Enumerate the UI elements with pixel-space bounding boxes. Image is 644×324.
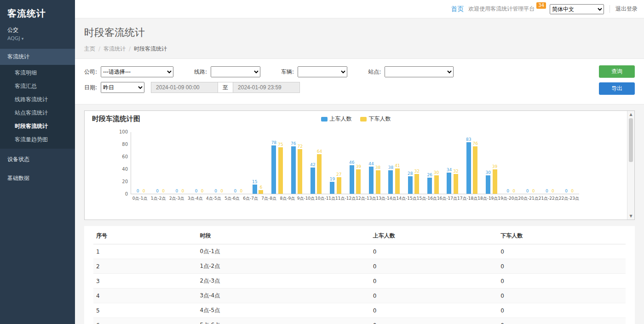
bar-column: 46	[349, 132, 354, 194]
bar-value-label: 0	[220, 189, 223, 193]
station-select[interactable]	[385, 66, 454, 77]
table-cell: 2点-3点	[197, 274, 370, 289]
bar-value-label: 76	[291, 141, 296, 146]
app-root: 客流统计 公交 AQGJ▾ 客流统计 客流明细 客流汇总 线路客流统计 站点客流…	[0, 0, 644, 324]
bar	[447, 173, 451, 194]
table-cell: 0	[498, 289, 626, 303]
chart-scrollbar[interactable]: ▲ ▼	[627, 111, 634, 220]
export-button[interactable]: 导出	[599, 82, 635, 95]
bar-value-label: 0	[175, 189, 178, 193]
bar-value-label: 78	[271, 140, 276, 145]
x-axis-tick-label: 8点-9点	[278, 196, 297, 202]
sidebar-item-device-status[interactable]: 设备状态	[0, 151, 75, 168]
bar-column: 72	[297, 132, 302, 194]
bar-group: 00	[131, 132, 150, 194]
bar-column: 26	[427, 132, 432, 194]
bar	[350, 165, 354, 194]
bar-value-label: 0	[162, 189, 165, 193]
bar-column: 41	[395, 132, 400, 194]
sidebar-subitem-flow-summary[interactable]: 客流汇总	[0, 80, 75, 93]
org-name: 公交	[7, 26, 68, 34]
column-header: 序号	[93, 228, 197, 244]
bar-column: 76	[291, 132, 296, 194]
date-from-input[interactable]	[151, 82, 218, 93]
table-cell: 0	[498, 318, 626, 324]
bar-value-label: 32	[453, 169, 458, 174]
sidebar-subitem-line-stats[interactable]: 线路客流统计	[0, 93, 75, 106]
date-label: 日期:	[84, 84, 97, 92]
bar	[408, 176, 413, 194]
vehicle-select[interactable]	[298, 66, 347, 77]
bar-value-label: 0	[181, 189, 184, 193]
date-to-input[interactable]	[233, 82, 300, 93]
legend-swatch	[321, 117, 328, 122]
bar-value-label: 42	[310, 162, 315, 167]
x-axis-tick-label: 16点-17点	[437, 196, 457, 202]
bar	[356, 169, 361, 194]
sidebar-subitem-flow-detail[interactable]: 客流明细	[0, 66, 75, 80]
x-axis-tick-label: 20点-21点	[518, 196, 539, 202]
breadcrumb-passenger-stats[interactable]: 客流统计	[104, 46, 126, 52]
bar-column: 64	[317, 132, 322, 194]
line-select[interactable]	[211, 66, 260, 77]
bar-value-label: 41	[395, 163, 400, 168]
bar-value-label: 0	[552, 189, 554, 193]
x-axis-tick-label: 17点-18点	[457, 196, 477, 202]
bar-column: 32	[453, 132, 458, 194]
page-header: 时段客流统计 主页/客流统计/时段客流统计	[75, 18, 644, 58]
breadcrumb-home[interactable]: 主页	[84, 46, 95, 52]
sidebar-subitem-trend-chart[interactable]: 客流量趋势图	[0, 133, 75, 146]
query-button[interactable]: 查询	[599, 65, 635, 78]
bar-value-label: 0	[512, 189, 515, 193]
bar-value-label: 0	[234, 189, 237, 193]
sidebar-subitem-station-stats[interactable]: 站点客流统计	[0, 106, 75, 120]
breadcrumb: 主页/客流统计/时段客流统计	[84, 45, 635, 53]
sidebar-item-passenger-stats[interactable]: 客流统计	[0, 49, 75, 65]
notification-badge[interactable]: 34	[536, 2, 546, 9]
scrollbar-thumb[interactable]	[629, 118, 633, 162]
table-cell: 5	[93, 303, 197, 318]
x-axis-tick-label: 5点-6点	[223, 196, 241, 202]
bar-group: 00	[229, 132, 248, 194]
bar-value-label: 0	[137, 189, 139, 193]
bar-group: 4438	[365, 132, 384, 194]
x-axis-tick-label: 11点-12点	[335, 196, 356, 202]
bar-group: 2630	[423, 132, 443, 194]
bar-group: 2832	[404, 132, 423, 194]
y-axis-tick-label: 100	[119, 129, 128, 134]
bar-value-label: 0	[571, 189, 574, 193]
bar-group: 1927	[326, 132, 345, 194]
scroll-down-icon[interactable]: ▼	[627, 214, 634, 218]
bar-value-label: 0	[195, 189, 198, 193]
table-cell: 0	[370, 303, 498, 318]
topbar: 首页 欢迎使用客流统计管理平台 34 简体中文 退出登录	[75, 0, 644, 18]
user-dropdown[interactable]: AQGJ▾	[7, 35, 68, 41]
bar-column: 0	[564, 132, 569, 194]
home-link[interactable]: 首页	[451, 5, 464, 13]
x-axis-tick-label: 6点-7点	[242, 196, 260, 202]
table-cell: 0	[370, 289, 498, 303]
bar-value-label: 46	[349, 160, 354, 165]
logout-link[interactable]: 退出登录	[610, 5, 638, 13]
language-select[interactable]: 简体中文	[550, 4, 604, 14]
bar-value-label: 0	[143, 189, 145, 193]
bar	[434, 175, 439, 194]
date-preset-select[interactable]: 昨日	[101, 82, 144, 93]
y-axis-tick-label: 20	[122, 179, 128, 184]
sidebar-subitem-period-stats[interactable]: 时段客流统计	[0, 120, 75, 133]
bar-value-label: 76	[473, 141, 478, 146]
legend-item[interactable]: 下车人数	[360, 115, 391, 123]
bar-column: 0	[200, 132, 205, 194]
x-axis-labels: 0点-1点1点-2点2点-3点3点-4点4点-5点5点-6点6点-7点7点-8点…	[131, 196, 579, 202]
table-cell: 4点-5点	[197, 303, 370, 318]
x-axis-tick-label: 2点-3点	[167, 196, 186, 202]
bar-value-label: 28	[408, 171, 413, 176]
bar-group: 00	[521, 132, 540, 194]
bar-column: 0	[194, 132, 199, 194]
table-row: 32点-3点00	[93, 274, 626, 289]
sidebar-item-base-data[interactable]: 基础数据	[0, 170, 75, 186]
x-axis-tick-label: 1点-2点	[149, 196, 167, 202]
company-select[interactable]: ---请选择---	[101, 66, 173, 77]
legend-item[interactable]: 上车人数	[321, 115, 352, 123]
scroll-up-icon[interactable]: ▲	[627, 112, 634, 116]
